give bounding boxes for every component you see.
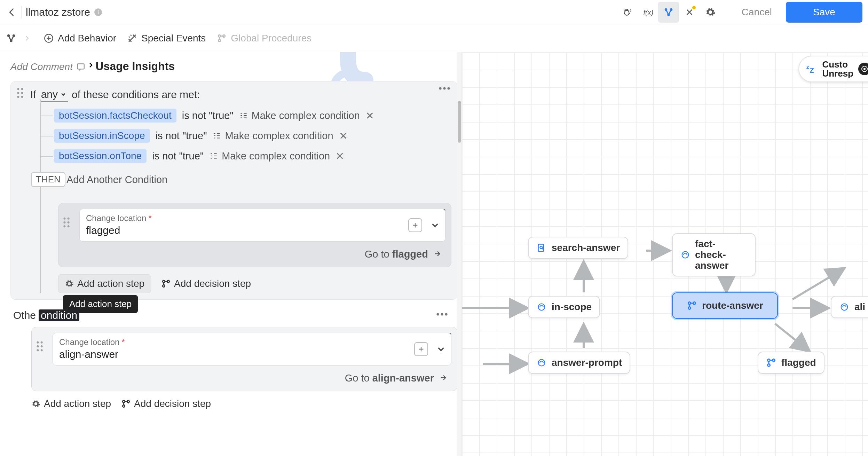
svg-point-29 [68, 221, 70, 223]
svg-text:z: z [806, 64, 809, 70]
node-align[interactable]: ali [831, 296, 868, 318]
condition-operator[interactable]: is not "true" [152, 150, 204, 162]
node-route-answer[interactable]: route-answer [672, 292, 778, 319]
bug-icon[interactable] [616, 2, 637, 23]
more-icon[interactable] [438, 86, 451, 91]
chevron-down-icon[interactable] [436, 344, 446, 354]
svg-text:Z: Z [810, 66, 814, 74]
remove-condition-button[interactable]: ✕ [336, 150, 344, 162]
change-location-field[interactable]: Change location * align-answer [53, 333, 451, 365]
svg-rect-1 [98, 11, 98, 14]
gear-icon [65, 279, 74, 288]
special-events-button[interactable]: Special Events [127, 33, 206, 44]
branch-icon [687, 300, 697, 311]
condition-operator[interactable]: is not "true" [182, 110, 234, 121]
cancel-button[interactable]: Cancel [735, 3, 779, 21]
node-fact-check[interactable]: fact- check-answer [672, 233, 756, 276]
svg-text:f(x): f(x) [643, 8, 653, 16]
rules-pane: Add Comment Usage Insights [0, 52, 461, 456]
goto-prefix: Go to [365, 249, 392, 260]
goto-prefix: Go to [345, 372, 372, 384]
make-complex-button[interactable]: Make complex condition [239, 110, 360, 121]
scrollbar[interactable] [457, 52, 461, 456]
custom-unresp-pill[interactable]: zZ Custo Unresp [798, 56, 868, 82]
svg-point-42 [41, 341, 43, 344]
variable-chip[interactable]: botSession.inScope [54, 129, 150, 143]
usage-insights-heading[interactable]: Usage Insights [88, 60, 175, 73]
svg-point-24 [447, 87, 450, 89]
make-complex-button[interactable]: Make complex condition [212, 130, 333, 142]
add-comment-button[interactable]: Add Comment [10, 61, 85, 72]
svg-point-20 [17, 96, 19, 98]
goto-flagged-link[interactable]: Go to flagged [64, 249, 442, 260]
add-decision-step-label: Add decision step [174, 278, 251, 289]
gear-icon[interactable] [700, 2, 721, 23]
add-decision-step-button-2[interactable]: Add decision step [121, 398, 211, 409]
svg-point-43 [37, 345, 39, 347]
variable-chip[interactable]: botSession.onTone [54, 149, 147, 163]
remove-condition-button[interactable]: ✕ [339, 130, 348, 142]
page-title: llmatoz zstore [26, 6, 90, 18]
document-search-icon [536, 243, 547, 253]
drag-handle-icon[interactable] [36, 341, 44, 352]
plus-icon[interactable] [414, 342, 428, 356]
node-answer-prompt[interactable]: answer-prompt [528, 352, 630, 374]
drag-handle-icon[interactable] [16, 88, 24, 98]
global-procedures-button[interactable]: Global Procedures [216, 33, 311, 44]
svg-point-41 [37, 341, 39, 344]
tools-icon[interactable] [679, 2, 700, 23]
flow-icon[interactable] [658, 2, 679, 23]
svg-point-36 [163, 285, 165, 287]
condition-operator[interactable]: is not "true" [156, 130, 207, 142]
add-another-condition-button[interactable]: Add Another Condition [54, 174, 167, 186]
make-complex-label: Make complex condition [252, 110, 360, 121]
condition-row: botSession.inScope is not "true" Make co… [54, 129, 451, 143]
arrow-right-icon [433, 250, 442, 258]
any-selector[interactable]: any [40, 88, 68, 102]
remove-condition-button[interactable]: ✕ [365, 110, 374, 122]
svg-point-17 [21, 88, 23, 90]
back-arrow-icon[interactable] [6, 6, 18, 18]
node-label: fact- check-answer [695, 239, 747, 271]
comment-icon [76, 62, 85, 71]
add-action-step-button[interactable]: Add action step [58, 274, 151, 293]
brain-icon [536, 302, 547, 312]
info-icon[interactable] [94, 8, 103, 17]
node-search-answer[interactable]: search-answer [528, 237, 628, 259]
brain-icon [536, 357, 547, 368]
scrollbar-thumb[interactable] [458, 101, 461, 143]
brain-icon [839, 302, 850, 312]
node-flagged[interactable]: flagged [758, 352, 824, 374]
svg-point-38 [436, 313, 439, 315]
special-events-label: Special Events [141, 33, 206, 44]
custom-line1: Custo [822, 60, 853, 69]
add-decision-step-button[interactable]: Add decision step [161, 274, 251, 293]
drag-handle-icon[interactable] [63, 217, 70, 228]
conditions-block: botSession.factsCheckout is not "true" M… [16, 109, 451, 293]
svg-point-40 [445, 313, 447, 315]
change-location-value: flagged [86, 225, 439, 236]
otherwise-covered: ondition [39, 309, 79, 321]
plus-icon[interactable] [408, 218, 422, 232]
rule-header: If any of these conditions are met: [16, 88, 451, 102]
fx-icon[interactable]: f(x) [637, 2, 658, 23]
chevron-right-icon [88, 60, 94, 73]
goto-align-link[interactable]: Go to align-answer [37, 372, 448, 384]
svg-point-39 [441, 313, 443, 315]
required-asterisk: * [148, 213, 151, 223]
goto-target: flagged [392, 249, 428, 260]
add-behavior-button[interactable]: Add Behavior [43, 33, 116, 44]
add-action-step-button-2[interactable]: Add action step [31, 398, 111, 409]
flow-canvas[interactable]: search-answer fact- check-answer in-scop… [461, 52, 868, 456]
variable-chip[interactable]: botSession.factsCheckout [54, 109, 176, 123]
more-icon[interactable] [436, 312, 448, 316]
chevron-down-icon[interactable] [430, 220, 440, 230]
flow-icon[interactable] [6, 33, 17, 44]
make-complex-button[interactable]: Make complex condition [209, 150, 330, 162]
svg-point-26 [63, 218, 65, 220]
save-button[interactable]: Save [786, 2, 862, 23]
change-location-field[interactable]: Change location * flagged [79, 209, 445, 242]
svg-point-45 [37, 349, 39, 351]
node-in-scope[interactable]: in-scope [528, 296, 600, 318]
svg-point-69 [841, 304, 848, 310]
